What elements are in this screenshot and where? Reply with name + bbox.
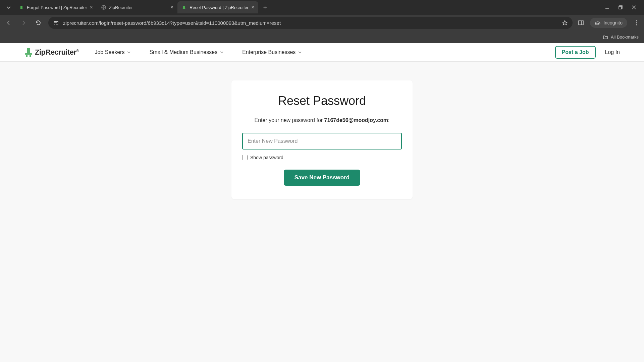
site-settings-icon[interactable]	[53, 20, 59, 26]
close-icon[interactable]: ×	[251, 4, 254, 10]
log-in-link[interactable]: Log In	[605, 49, 620, 55]
favicon-icon	[101, 5, 106, 10]
tab-ziprecruiter[interactable]: ZipRecruiter ×	[97, 1, 177, 13]
forward-button[interactable]	[19, 18, 28, 27]
nav-small-medium-businesses[interactable]: Small & Medium Businesses	[149, 49, 223, 55]
address-bar[interactable]: ziprecruiter.com/login/reset-password/6b…	[48, 17, 573, 29]
tab-title: ZipRecruiter	[109, 5, 168, 10]
svg-rect-0	[20, 6, 22, 9]
svg-point-15	[636, 20, 637, 21]
favicon-icon	[181, 5, 187, 10]
chevron-down-icon	[298, 51, 302, 53]
nav-link-label: Job Seekers	[95, 49, 124, 55]
side-panel-icon[interactable]	[578, 20, 584, 26]
incognito-label: Incognito	[603, 20, 623, 25]
svg-rect-9	[54, 22, 57, 23]
nav-links: Job Seekers Small & Medium Businesses En…	[95, 49, 302, 55]
nav-link-label: Small & Medium Businesses	[149, 49, 217, 55]
reload-button[interactable]	[34, 18, 43, 27]
folder-icon	[603, 35, 608, 40]
reset-password-card: Reset Password Enter your new password f…	[231, 80, 413, 199]
show-password-checkbox[interactable]	[242, 155, 248, 160]
post-a-job-button[interactable]: Post a Job	[555, 46, 596, 59]
browser-menu-button[interactable]	[633, 20, 640, 26]
svg-rect-11	[54, 24, 55, 24]
minimize-button[interactable]	[605, 5, 609, 9]
svg-rect-19	[25, 53, 32, 55]
card-subtitle: Enter your new password for 7167de56@moo…	[242, 117, 402, 123]
tab-forgot-password[interactable]: Forgot Password | ZipRecruiter ×	[15, 1, 97, 13]
save-new-password-button[interactable]: Save New Password	[284, 170, 360, 186]
tab-search-dropdown[interactable]	[3, 1, 15, 13]
card-title: Reset Password	[242, 94, 402, 108]
show-password-label[interactable]: Show password	[250, 155, 283, 160]
logo-text: ZipRecruiter®	[35, 48, 78, 57]
maximize-button[interactable]	[619, 5, 623, 9]
show-password-row: Show password	[242, 155, 402, 160]
chevron-down-icon	[220, 51, 223, 53]
svg-rect-3	[183, 6, 185, 9]
favicon-icon	[19, 5, 24, 10]
svg-rect-7	[54, 21, 56, 22]
email-text: 7167de56@moodjoy.com	[324, 117, 388, 123]
svg-rect-6	[619, 6, 622, 9]
bookmarks-bar: All Bookmarks	[0, 31, 644, 43]
incognito-icon	[595, 20, 601, 26]
logo-icon	[24, 47, 33, 57]
nav-link-label: Enterprise Businesses	[242, 49, 296, 55]
chevron-down-icon	[127, 51, 130, 53]
svg-rect-13	[579, 21, 583, 25]
svg-rect-1	[20, 8, 23, 8]
incognito-badge[interactable]: Incognito	[590, 18, 627, 28]
toolbar-right: Incognito	[578, 18, 640, 28]
bookmark-star-icon[interactable]	[562, 20, 568, 26]
svg-point-17	[636, 24, 637, 25]
bookmarks-label: All Bookmarks	[611, 35, 639, 40]
ziprecruiter-logo[interactable]: ZipRecruiter®	[24, 47, 78, 57]
window-controls	[605, 5, 641, 9]
svg-rect-21	[30, 55, 31, 57]
close-window-button[interactable]	[632, 5, 636, 9]
browser-chrome: Forgot Password | ZipRecruiter × ZipRecr…	[0, 0, 644, 43]
tab-title: Reset Password | ZipRecruiter	[190, 5, 249, 10]
svg-rect-8	[56, 21, 58, 22]
svg-rect-4	[182, 8, 186, 8]
nav-enterprise-businesses[interactable]: Enterprise Businesses	[242, 49, 302, 55]
close-icon[interactable]: ×	[90, 4, 93, 10]
nav-job-seekers[interactable]: Job Seekers	[95, 49, 130, 55]
page-background: Reset Password Enter your new password f…	[0, 62, 644, 362]
address-bar-row: ziprecruiter.com/login/reset-password/6b…	[0, 15, 644, 31]
svg-rect-10	[58, 22, 58, 23]
url-text: ziprecruiter.com/login/reset-password/6b…	[63, 20, 558, 26]
site-navigation: ZipRecruiter® Job Seekers Small & Medium…	[0, 43, 644, 62]
tab-reset-password[interactable]: Reset Password | ZipRecruiter ×	[177, 1, 258, 13]
back-button[interactable]	[4, 18, 13, 27]
svg-rect-12	[56, 24, 58, 24]
new-tab-button[interactable]: +	[258, 4, 272, 11]
chevron-down-icon	[6, 5, 11, 10]
new-password-input[interactable]	[242, 133, 402, 149]
svg-point-16	[636, 22, 637, 23]
tab-title: Forgot Password | ZipRecruiter	[27, 5, 87, 10]
close-icon[interactable]: ×	[170, 4, 173, 10]
nav-right: Post a Job Log In	[555, 46, 620, 59]
tab-bar: Forgot Password | ZipRecruiter × ZipRecr…	[0, 0, 644, 15]
all-bookmarks-button[interactable]: All Bookmarks	[603, 35, 639, 40]
svg-rect-20	[26, 55, 28, 57]
